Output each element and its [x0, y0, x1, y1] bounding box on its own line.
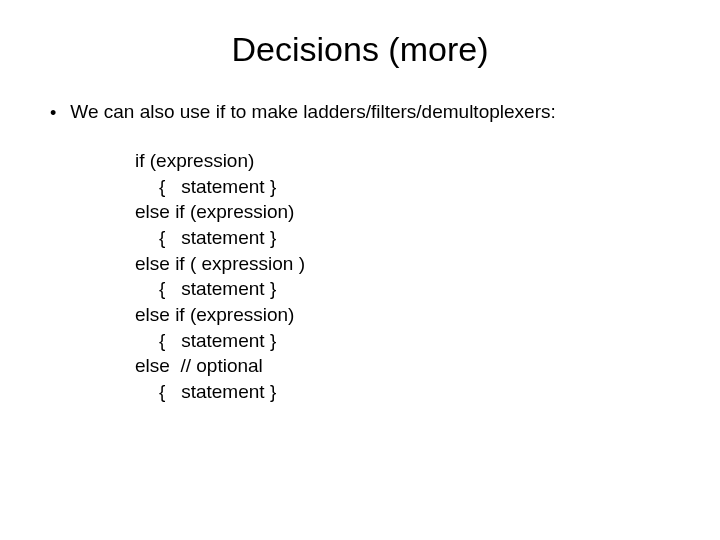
code-line: else // optional	[135, 353, 680, 379]
code-line: { statement }	[135, 276, 680, 302]
bullet-item: • We can also use if to make ladders/fil…	[50, 99, 680, 126]
code-line: else if (expression)	[135, 199, 680, 225]
bullet-dot: •	[50, 101, 56, 126]
bullet-text: We can also use if to make ladders/filte…	[70, 99, 555, 126]
slide-container: Decisions (more) • We can also use if to…	[0, 0, 720, 540]
code-line: else if (expression)	[135, 302, 680, 328]
code-line: else if ( expression )	[135, 251, 680, 277]
code-line: if (expression)	[135, 148, 680, 174]
code-block: if (expression) { statement } else if (e…	[135, 148, 680, 404]
code-line: { statement }	[135, 379, 680, 405]
slide-title: Decisions (more)	[40, 30, 680, 69]
code-line: { statement }	[135, 174, 680, 200]
code-line: { statement }	[135, 225, 680, 251]
code-line: { statement }	[135, 328, 680, 354]
